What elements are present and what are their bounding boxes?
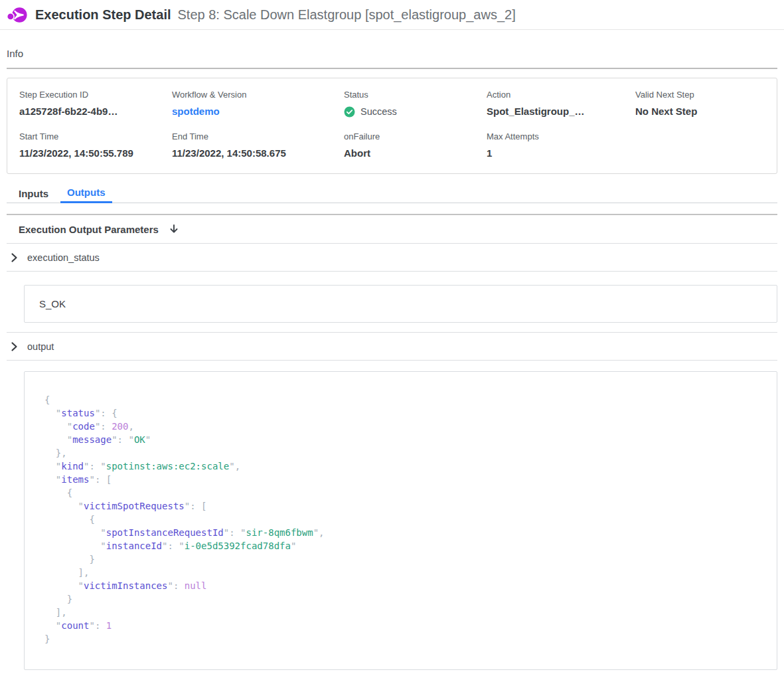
spot-logo-icon — [7, 6, 28, 24]
field-status: Status Success — [344, 90, 487, 118]
info-card-row-2: Start Time 11/23/2022, 14:50:55.789 End … — [19, 131, 765, 159]
field-valid-next-step: Valid Next Step No Next Step — [635, 90, 765, 118]
onfailure-value: Abort — [344, 147, 487, 159]
field-label: onFailure — [344, 131, 487, 141]
tabs: Inputs Outputs — [7, 183, 777, 203]
download-arrow-icon[interactable] — [168, 223, 180, 235]
field-empty — [635, 131, 765, 159]
param-row-output[interactable]: output — [7, 333, 777, 361]
start-time-value: 11/23/2022, 14:50:55.789 — [19, 147, 172, 159]
field-workflow-version: Workflow & Version spotdemo — [172, 90, 344, 118]
valid-next-step-value: No Next Step — [635, 106, 765, 118]
status-badge: Success — [344, 106, 487, 118]
execution-status-value-section: S_OK — [7, 272, 777, 333]
output-parameters-header: Execution Output Parameters — [7, 214, 777, 244]
tab-inputs[interactable]: Inputs — [12, 183, 55, 203]
info-section-heading: Info — [7, 48, 777, 59]
field-max-attempts: Max Attempts 1 — [487, 131, 635, 159]
param-name: output — [27, 341, 54, 352]
field-label: Step Execution ID — [19, 90, 172, 100]
execution-status-value: S_OK — [39, 298, 66, 309]
output-value-section: { "status": { "code": 200, "message": "O… — [7, 361, 777, 676]
field-label: Valid Next Step — [635, 90, 765, 100]
field-label: Max Attempts — [487, 131, 635, 141]
page-title: Execution Step Detail — [35, 7, 171, 23]
chevron-right-icon — [11, 341, 19, 352]
info-card: Step Execution ID a125728f-6b22-4b9… Wor… — [7, 78, 777, 174]
field-onfailure: onFailure Abort — [344, 131, 487, 159]
field-label: Start Time — [19, 131, 172, 141]
status-text: Success — [360, 106, 397, 118]
output-json-box: { "status": { "code": 200, "message": "O… — [24, 371, 777, 670]
field-label: Workflow & Version — [172, 90, 344, 100]
success-check-icon — [344, 106, 355, 118]
execution-step-detail-page: Execution Step Detail Step 8: Scale Down… — [0, 0, 784, 676]
page-subtitle: Step 8: Scale Down Elastgroup [spot_elas… — [178, 7, 516, 23]
max-attempts-value: 1 — [487, 147, 635, 159]
header: Execution Step Detail Step 8: Scale Down… — [0, 0, 784, 30]
param-row-execution-status[interactable]: execution_status — [7, 244, 777, 272]
spacer — [7, 203, 777, 214]
tab-outputs[interactable]: Outputs — [60, 183, 112, 203]
workflow-link[interactable]: spotdemo — [172, 106, 344, 118]
param-name: execution_status — [27, 252, 100, 263]
divider — [7, 68, 777, 69]
action-value: Spot_Elastigroup_… — [487, 106, 635, 118]
field-step-execution-id: Step Execution ID a125728f-6b22-4b9… — [19, 90, 172, 118]
output-parameters-title: Execution Output Parameters — [19, 224, 159, 235]
step-execution-id-value: a125728f-6b22-4b9… — [19, 106, 172, 118]
info-card-row-1: Step Execution ID a125728f-6b22-4b9… Wor… — [19, 90, 765, 118]
end-time-value: 11/23/2022, 14:50:58.675 — [172, 147, 344, 159]
field-label: Action — [487, 90, 635, 100]
output-json-code: { "status": { "code": 200, "message": "O… — [44, 393, 757, 645]
field-label: Status — [344, 90, 487, 100]
field-label: End Time — [172, 131, 344, 141]
chevron-right-icon — [11, 252, 19, 263]
field-action: Action Spot_Elastigroup_… — [487, 90, 635, 118]
execution-status-value-box: S_OK — [24, 285, 777, 323]
field-start-time: Start Time 11/23/2022, 14:50:55.789 — [19, 131, 172, 159]
field-end-time: End Time 11/23/2022, 14:50:58.675 — [172, 131, 344, 159]
